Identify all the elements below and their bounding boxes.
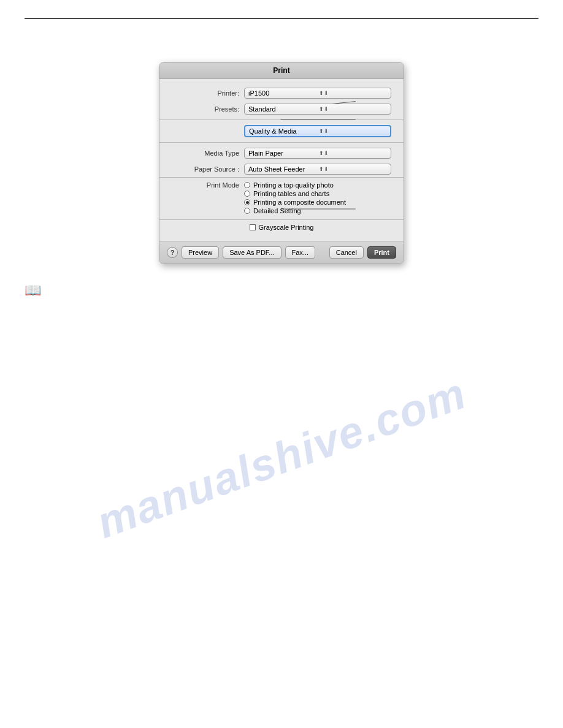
radio-top-quality[interactable]: Printing a top-quality photo [244, 181, 346, 189]
media-type-label: Media Type [172, 150, 239, 157]
watermark: manualshive.com [90, 368, 473, 548]
print-mode-label: Print Mode [172, 181, 239, 189]
panel-select[interactable]: Quality & Media ⬆⬇ [244, 125, 391, 137]
dialog-title: Print [159, 63, 404, 79]
paper-source-select[interactable]: Auto Sheet Feeder ⬆⬇ [244, 164, 391, 175]
media-type-row: Media Type Plain Paper ⬆⬇ [159, 145, 404, 161]
printer-row: Printer: iP1500 ⬆⬇ [159, 85, 404, 101]
radio-detailed[interactable]: Detailed Setting [244, 207, 346, 214]
radio-tables-charts-label: Printing tables and charts [253, 190, 329, 197]
dialog-body: Printer: iP1500 ⬆⬇ Presets: Standard ⬆⬇ [159, 79, 404, 241]
preview-button[interactable]: Preview [182, 246, 219, 259]
panel-row: Quality & Media ⬆⬇ [159, 123, 404, 140]
printer-select-arrow: ⬆⬇ [319, 90, 387, 96]
print-dialog-wrapper: Print Printer: iP1500 ⬆⬇ Presets: Standa… [25, 62, 538, 264]
print-mode-section: Print Mode Printing a top-quality photo … [159, 177, 404, 219]
book-icon: 📖 [25, 282, 41, 298]
radio-top-quality-label: Printing a top-quality photo [253, 181, 334, 189]
cancel-button[interactable]: Cancel [329, 246, 364, 259]
fax-button[interactable]: Fax... [285, 246, 316, 259]
save-pdf-button[interactable]: Save As PDF... [223, 246, 281, 259]
grayscale-checkbox[interactable] [250, 224, 256, 230]
print-button[interactable]: Print [367, 246, 396, 259]
paper-source-row: Paper Source : Auto Sheet Feeder ⬆⬇ [159, 161, 404, 177]
presets-select[interactable]: Standard ⬆⬇ [244, 104, 391, 115]
grayscale-row: Grayscale Printing [159, 219, 404, 235]
print-mode-options: Printing a top-quality photo Printing ta… [244, 181, 346, 216]
radio-composite[interactable]: Printing a composite document [244, 199, 346, 206]
radio-tables-charts-btn[interactable] [244, 191, 250, 197]
paper-source-select-arrow: ⬆⬇ [319, 166, 387, 172]
panel-select-arrow: ⬆⬇ [319, 128, 386, 134]
radio-detailed-btn[interactable] [244, 208, 250, 214]
presets-row: Presets: Standard ⬆⬇ [159, 101, 404, 117]
help-button[interactable]: ? [167, 247, 178, 258]
radio-tables-charts[interactable]: Printing tables and charts [244, 190, 346, 197]
paper-source-label: Paper Source : [172, 165, 239, 173]
presets-label: Presets: [172, 105, 239, 113]
dialog-buttons: ? Preview Save As PDF... Fax... Cancel P… [159, 241, 404, 264]
radio-detailed-label: Detailed Setting [253, 207, 301, 214]
printer-label: Printer: [172, 89, 239, 97]
printer-select[interactable]: iP1500 ⬆⬇ [244, 88, 391, 99]
radio-composite-label: Printing a composite document [253, 199, 346, 206]
print-dialog: Print Printer: iP1500 ⬆⬇ Presets: Standa… [159, 62, 404, 264]
radio-top-quality-btn[interactable] [244, 182, 250, 188]
grayscale-label: Grayscale Printing [259, 224, 314, 231]
radio-composite-btn[interactable] [244, 199, 250, 205]
presets-select-arrow: ⬆⬇ [319, 106, 387, 112]
media-type-select[interactable]: Plain Paper ⬆⬇ [244, 148, 391, 159]
media-type-select-arrow: ⬆⬇ [319, 150, 387, 156]
